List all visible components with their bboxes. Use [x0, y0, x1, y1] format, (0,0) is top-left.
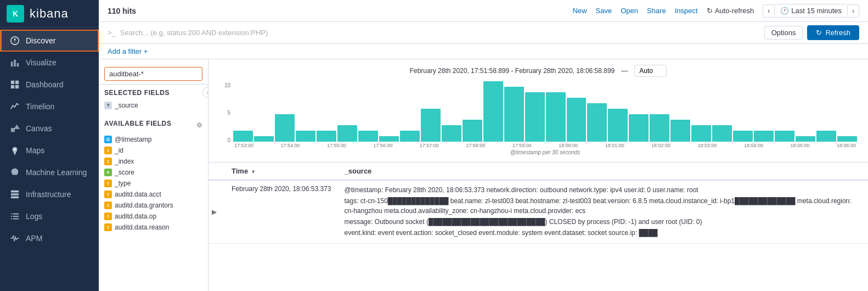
- expand-row-icon[interactable]: ▶: [208, 180, 225, 244]
- histogram-bar[interactable]: [754, 131, 774, 142]
- histogram-bar[interactable]: [275, 114, 295, 142]
- field-item-_index[interactable]: t_index: [104, 156, 202, 167]
- sidebar-item-timelion[interactable]: Timelion: [0, 96, 99, 117]
- field-type-icon: t: [104, 147, 112, 154]
- field-item-auditd.data.grantors[interactable]: tauditd.data.grantors: [104, 200, 202, 211]
- field-item-_score[interactable]: #_score: [104, 167, 202, 178]
- histogram-bar[interactable]: [691, 125, 711, 142]
- histogram-bar[interactable]: [712, 125, 732, 142]
- sidebar-item-dashboard[interactable]: Dashboard: [0, 74, 99, 96]
- grid-icon: [9, 79, 20, 90]
- sidebar-item-discover[interactable]: Discover: [0, 30, 99, 52]
- auto-refresh-button[interactable]: ↻ Auto-refresh: [707, 7, 754, 15]
- histogram-bar[interactable]: [317, 131, 336, 142]
- histogram-bar[interactable]: [337, 125, 357, 142]
- histogram-bar[interactable]: [358, 131, 378, 142]
- field-item-source[interactable]: ? _source: [104, 100, 202, 111]
- sidebar-item-canvas[interactable]: Canvas: [0, 117, 99, 139]
- field-name-source: _source: [115, 102, 138, 109]
- field-item-_id[interactable]: t_id: [104, 145, 202, 156]
- histogram-bar[interactable]: [254, 136, 274, 142]
- field-type-icon: t: [104, 223, 112, 231]
- time-next-button[interactable]: ›: [848, 4, 859, 18]
- index-pattern-select[interactable]: auditbeat-*: [104, 67, 202, 81]
- field-type-icon: t: [104, 180, 112, 187]
- sidebar-item-logs[interactable]: Logs: [0, 205, 99, 227]
- histogram-bar[interactable]: [463, 120, 482, 142]
- x-axis-label: @timestamp per 30 seconds: [233, 148, 857, 156]
- refresh-button[interactable]: ↻ Refresh: [807, 25, 859, 40]
- table-source-cell: @timestamp: February 28th 2020, 18:06:53…: [337, 180, 868, 244]
- histogram-bar[interactable]: [837, 136, 857, 142]
- sidebar-nav: Discover Visualize Dashboard Timelion Ca…: [0, 27, 99, 291]
- available-fields-section: Available fields ⚙ ⊙@timestampt_idt_inde…: [99, 115, 208, 237]
- field-item-auditd.data.acct[interactable]: tauditd.data.acct: [104, 189, 202, 200]
- histogram-bar[interactable]: [816, 131, 836, 142]
- time-col-header[interactable]: Time ▾: [225, 163, 337, 180]
- add-filter-button[interactable]: Add a filter +: [108, 47, 148, 55]
- histogram-bar[interactable]: [483, 81, 503, 142]
- field-name: _index: [115, 158, 134, 165]
- histogram-bar[interactable]: [775, 131, 794, 142]
- histogram-bar[interactable]: [587, 103, 607, 142]
- time-range-button[interactable]: 🕐 Last 15 minutes: [774, 4, 848, 18]
- sidebar-item-visualize[interactable]: Visualize: [0, 52, 99, 74]
- fields-gear-icon[interactable]: ⚙: [196, 121, 202, 129]
- clock-icon: 🕐: [780, 7, 789, 15]
- share-button[interactable]: Share: [647, 7, 666, 15]
- search-prompt-icon: >_: [108, 29, 116, 37]
- histogram-bar[interactable]: [296, 131, 315, 142]
- svg-rect-9: [15, 85, 19, 88]
- time-range-controls: ‹ 🕐 Last 15 minutes ›: [763, 4, 859, 18]
- sidebar-item-apm[interactable]: APM: [0, 227, 99, 249]
- field-item-auditd.data.reason[interactable]: tauditd.data.reason: [104, 222, 202, 233]
- search-bar: >_ Options ↻ Refresh: [99, 22, 868, 44]
- histogram-bar[interactable]: [525, 92, 545, 142]
- histogram-bar[interactable]: [504, 87, 524, 142]
- histogram-bar[interactable]: [650, 114, 669, 142]
- open-button[interactable]: Open: [621, 7, 638, 15]
- time-prev-button[interactable]: ‹: [763, 4, 774, 18]
- brain-icon: [9, 167, 20, 178]
- save-button[interactable]: Save: [596, 7, 612, 15]
- table-area: Time ▾ _source ▶ February 28th 2020, 18:…: [208, 163, 868, 291]
- pulse-icon: [9, 233, 20, 244]
- svg-rect-23: [13, 219, 19, 220]
- new-button[interactable]: New: [573, 7, 587, 15]
- search-input[interactable]: [120, 29, 760, 37]
- chart-interval-select[interactable]: Auto: [634, 65, 667, 77]
- field-item-@timestamp[interactable]: ⊙@timestamp: [104, 134, 202, 145]
- histogram-bar[interactable]: [421, 109, 441, 142]
- source-line: message: Outbound socket (██████████████…: [344, 217, 861, 227]
- histogram-bar[interactable]: [567, 98, 587, 142]
- sidebar-item-infrastructure[interactable]: Infrastructure: [0, 183, 99, 205]
- index-pattern-selector: auditbeat-*: [99, 64, 208, 85]
- histogram-bar[interactable]: [546, 92, 566, 142]
- svg-rect-8: [11, 85, 14, 88]
- compass-icon: [9, 35, 20, 46]
- results-table: Time ▾ _source ▶ February 28th 2020, 18:…: [208, 163, 868, 244]
- inspect-button[interactable]: Inspect: [675, 7, 698, 15]
- histogram-bar[interactable]: [733, 131, 753, 142]
- top-bar-right: New Save Open Share Inspect ↻ Auto-refre…: [573, 4, 859, 18]
- histogram-bar[interactable]: [233, 131, 253, 142]
- available-fields-title: Available fields: [104, 120, 172, 127]
- field-item-_type[interactable]: t_type: [104, 178, 202, 189]
- sidebar-item-ml[interactable]: Machine Learning: [0, 161, 99, 183]
- histogram-bar[interactable]: [670, 120, 690, 142]
- sidebar-item-label-timelion: Timelion: [26, 102, 54, 111]
- sidebar-item-maps[interactable]: Maps: [0, 139, 99, 161]
- histogram-bar[interactable]: [796, 136, 815, 142]
- field-item-auditd.data.op[interactable]: tauditd.data.op: [104, 211, 202, 222]
- svg-rect-17: [11, 197, 19, 199]
- sidebar-item-label-canvas: Canvas: [26, 124, 52, 133]
- field-type-icon: t: [104, 191, 112, 198]
- histogram-bar[interactable]: [379, 136, 399, 142]
- histogram-bar[interactable]: [442, 125, 461, 142]
- histogram-container: 10 5 0 17:53:0017:54:0017:55:0017:56:001…: [219, 81, 857, 156]
- histogram-bar[interactable]: [629, 114, 649, 142]
- expand-col-header: [208, 163, 225, 180]
- histogram-bar[interactable]: [400, 131, 420, 142]
- histogram-bar[interactable]: [608, 109, 628, 142]
- options-button[interactable]: Options: [764, 26, 803, 40]
